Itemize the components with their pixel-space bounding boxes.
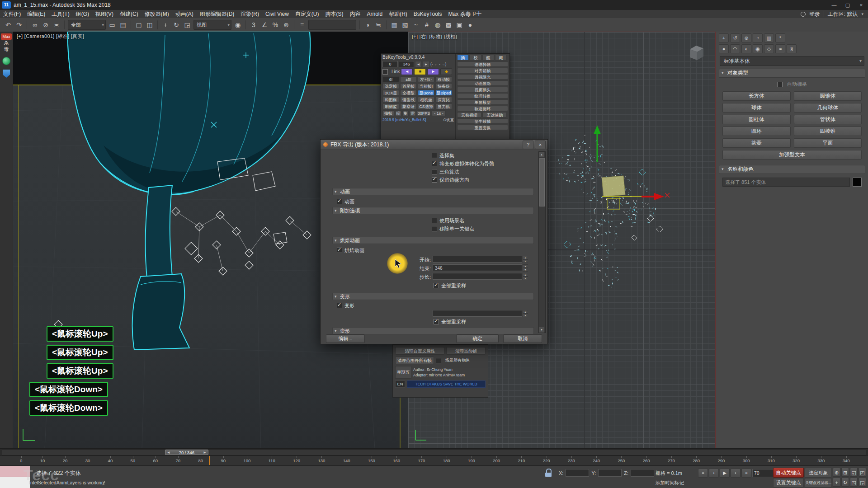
clean-current-frame-button[interactable]: 清理当前帧	[446, 347, 486, 355]
viewport-label[interactable]: [+] [右] [标准] [线框]	[412, 33, 457, 40]
convert-dummies-checkbox[interactable]	[432, 161, 437, 166]
clean-out-of-range-button[interactable]: 清理范围外所有帧	[395, 357, 434, 364]
scrollbar-thumb[interactable]	[539, 158, 545, 206]
utilities-tab-icon[interactable]: *	[775, 33, 785, 42]
textplus-button[interactable]: 加强型文本	[722, 150, 862, 160]
bskeytools-button[interactable]: 选定帧	[382, 83, 399, 89]
bind-spacewarp-icon[interactable]: ≍	[51, 19, 62, 30]
bskeytools-button[interactable]: CS选择	[418, 103, 434, 109]
bskeytools-small-button[interactable]: 抽帧	[382, 110, 394, 116]
bskeytools-small-button[interactable]: 雷	[410, 110, 416, 116]
bskeytools-side-button[interactable]: 选选择器	[457, 61, 508, 67]
menu-item[interactable]: 帮助(H)	[386, 10, 410, 18]
next-frame-icon[interactable]: ›	[731, 469, 741, 478]
rotate-icon[interactable]: ↻	[171, 19, 182, 30]
scroll-down-icon[interactable]: ▾	[539, 327, 544, 333]
go-end-icon[interactable]: »	[741, 469, 751, 478]
section-bake-animation[interactable]: 烘焙动画	[332, 237, 534, 244]
selected-object-dropdown[interactable]: 选定对象	[805, 468, 832, 478]
prev-frame-icon[interactable]: ‹	[709, 469, 719, 478]
layer-manager-icon[interactable]: ▦	[389, 19, 400, 30]
menu-item[interactable]: Arnold	[363, 11, 386, 17]
bskeytools-button[interactable]: 显Bone	[418, 90, 434, 96]
preserve-edge-checkbox[interactable]	[432, 177, 437, 183]
bskeytools-side-button[interactable]: 透视阻光	[457, 74, 508, 80]
primitive-button[interactable]: 球体	[722, 103, 791, 113]
bskeytools-button[interactable]: 蒙察研	[400, 103, 417, 109]
diamond-key-icon[interactable]: ◆	[440, 68, 452, 75]
toolbar-icon[interactable]	[64, 20, 65, 29]
geometry-icon[interactable]: ●	[719, 44, 729, 53]
section-deformations[interactable]: 变形	[332, 293, 534, 300]
next-key-icon[interactable]: ►	[427, 68, 439, 75]
menu-item[interactable]: 图形编辑器(D)	[197, 10, 238, 18]
minimize-button[interactable]: —	[827, 0, 841, 10]
systems-icon[interactable]: §	[787, 44, 797, 53]
primitive-button[interactable]: 平面	[794, 138, 862, 148]
maximize-viewport-icon[interactable]: ◲	[859, 478, 866, 487]
angle-snap-icon[interactable]: ∠	[259, 19, 270, 30]
lock-selection-icon[interactable]	[545, 469, 552, 477]
section-deformations-2[interactable]: 变形	[332, 327, 534, 334]
menu-item[interactable]: 编辑(E)	[24, 10, 48, 18]
object-name-field[interactable]: 选择了 851 个实体	[722, 178, 850, 187]
section-extra-options[interactable]: 附加选项	[332, 207, 534, 214]
selection-filter-dropdown[interactable]: 全部	[68, 20, 106, 30]
bskeytools-small-button[interactable]: 缩	[395, 110, 401, 116]
menu-item[interactable]: 自定义(U)	[292, 10, 322, 18]
modify-tab-icon[interactable]: ↺	[730, 33, 740, 42]
bskeytools-button[interactable]: 6f	[382, 76, 399, 82]
select-by-name-icon[interactable]: ▤	[118, 19, 128, 30]
bake-animation-checkbox[interactable]	[337, 248, 342, 253]
lights-icon[interactable]: ◐	[741, 44, 751, 53]
menu-item[interactable]: 文件(F)	[0, 10, 24, 18]
menu-item[interactable]: 渲染(R)	[237, 10, 262, 18]
schematic-view-icon[interactable]: #	[421, 19, 432, 30]
current-frame-field[interactable]: 70	[752, 469, 775, 477]
settings-link[interactable]: ⊙设置	[443, 117, 454, 123]
frame-start-field[interactable]: 0	[382, 61, 398, 67]
bskeytools-side-button[interactable]: 单显模型	[457, 99, 508, 105]
prev-key-icon[interactable]: ◄	[401, 68, 413, 75]
deformations-checkbox[interactable]	[337, 303, 342, 308]
primitive-button[interactable]: 圆柱体	[722, 115, 791, 124]
snap-toggle-icon[interactable]: 3	[248, 19, 259, 30]
menu-item[interactable]: Civil View	[262, 11, 292, 17]
window-crossing-icon[interactable]: ◫	[144, 19, 155, 30]
resample-all-checkbox[interactable]	[434, 283, 439, 288]
bskeytools-button[interactable]: 显Biped	[435, 90, 452, 96]
bskeytools-button[interactable]: ±5f	[400, 76, 417, 82]
move-icon[interactable]: +	[160, 19, 171, 30]
menu-item[interactable]: 修改器(M)	[142, 10, 172, 18]
time-slider[interactable]: ◄ 70 / 346 ►	[0, 448, 868, 455]
bskeytools-side-button[interactable]: 坚牛鼓轴	[457, 118, 508, 124]
go-start-icon[interactable]: «	[698, 469, 708, 478]
dialog-titlebar[interactable]: FBX 导出 (版本: 2018.1) ? ×	[321, 140, 547, 150]
mirror-icon[interactable]: ◑	[362, 19, 373, 30]
primitive-button[interactable]: 圆锥体	[794, 91, 862, 101]
scene-all-objects-checkbox[interactable]	[436, 358, 441, 363]
toolbar-icon[interactable]	[245, 20, 246, 29]
add-time-tag[interactable]: 添加时间标记	[656, 480, 684, 486]
bskeytools-side-button[interactable]: 宏达辅助	[482, 112, 507, 117]
primitive-button[interactable]: 四棱锥	[794, 127, 862, 136]
help-button[interactable]: ?	[523, 141, 533, 149]
clean-custom-attr-button[interactable]: 清理自定义属性	[395, 347, 444, 355]
toolbar-icon[interactable]	[27, 20, 27, 29]
bskeytools-small-button[interactable]: - 1s -	[432, 110, 446, 116]
percent-snap-icon[interactable]: %	[270, 19, 281, 30]
step-field[interactable]: ▴▾	[433, 273, 522, 280]
x-field[interactable]	[566, 469, 589, 477]
viewport-label[interactable]: [+] [Camera001] [标准] [真实]	[17, 33, 84, 40]
spinner-snap-icon[interactable]: ⊚	[281, 19, 292, 30]
set-key-button[interactable]: 设置关键点	[773, 478, 804, 488]
maximize-button[interactable]: ▢	[841, 0, 854, 10]
orbit-icon[interactable]: ↻	[841, 478, 849, 487]
bskeytools-tab[interactable]: 飓	[495, 55, 507, 61]
edit-named-sets-icon[interactable]: ≡	[297, 19, 307, 30]
zoom-extents-icon[interactable]: ◱	[850, 468, 858, 477]
scroll-up-icon[interactable]: ▴	[539, 152, 544, 157]
toolbar-icon[interactable]	[294, 20, 294, 29]
rollout-name-color[interactable]: 名称和颜色	[719, 165, 865, 174]
primitive-button[interactable]: 茶壶	[722, 138, 791, 148]
